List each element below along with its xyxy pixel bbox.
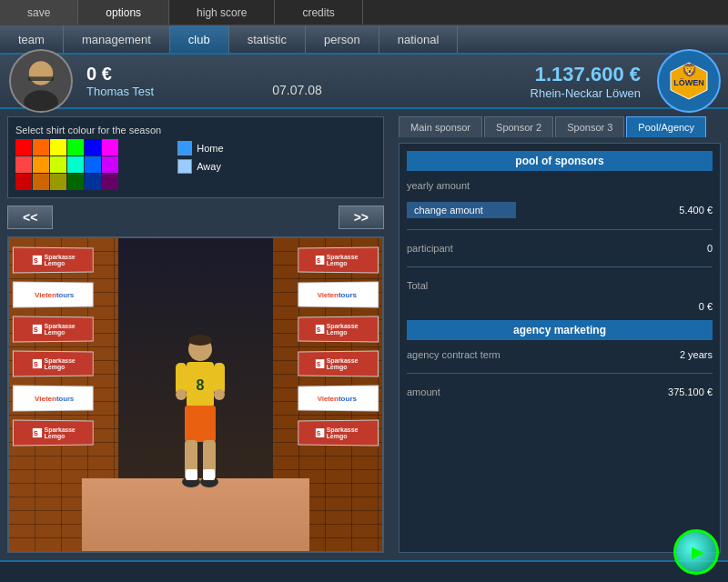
tab-main-sponsor[interactable]: Main sponsor (399, 116, 482, 137)
menu-high-score[interactable]: high score (169, 0, 275, 25)
svg-rect-29 (185, 406, 216, 442)
shirt-color-panel: Select shirt colour for the season Home … (7, 116, 384, 198)
info-left: 0 € Thomas Test (82, 59, 228, 103)
tab-sponsor2[interactable]: Sponsor 2 (484, 116, 553, 137)
next-player-button[interactable]: >> (339, 206, 384, 229)
banner-vietentours-2: Vietentours (13, 385, 94, 411)
banner-right-3: S SparkasseLemgo (298, 350, 379, 376)
pool-sponsors-header: pool of sponsors (407, 151, 713, 171)
menu-save[interactable]: save (0, 0, 78, 25)
svg-point-34 (176, 389, 187, 400)
away-color-box (177, 159, 192, 174)
banner-right-4: S SparkasseLemgo (298, 419, 379, 446)
svg-text:S: S (317, 326, 321, 333)
divider-1 (407, 229, 713, 230)
total-value: 0 € (699, 301, 713, 312)
banner-right-2: S SparkasseLemgo (298, 316, 379, 342)
svg-text:S: S (34, 257, 38, 265)
amount-row: amount 375.100 € (407, 385, 713, 399)
yearly-amount-input-row: 5.400 € (407, 202, 713, 218)
color-cell[interactable] (85, 174, 101, 190)
svg-rect-3 (28, 76, 54, 81)
banner-right-viet: Vietentours (298, 281, 379, 307)
divider-3 (407, 373, 713, 374)
color-grid (15, 139, 161, 190)
tab-sponsor3[interactable]: Sponsor 3 (555, 116, 624, 137)
away-color-item[interactable]: Away (177, 159, 223, 174)
info-right: 1.137.600 € Rhein-Neckar Löwen (366, 63, 650, 100)
top-menu: save options high score credits (0, 0, 728, 25)
menu-credits[interactable]: credits (275, 0, 362, 25)
svg-point-35 (214, 389, 225, 400)
contract-term-label: agency contract term (407, 349, 500, 360)
team-logo: LÖWEN 🦁 (657, 49, 721, 113)
svg-text:S: S (34, 430, 38, 437)
color-cell[interactable] (85, 139, 101, 156)
banner-sparkasse-1: S SparkasseLemgo (13, 246, 94, 273)
tab-pool-agency[interactable]: Pool/Agency (626, 116, 706, 137)
info-bar: 0 € Thomas Test 07.07.08 1.137.600 € Rhe… (0, 55, 728, 109)
color-cell[interactable] (67, 174, 84, 190)
team-name: Rhein-Neckar Löwen (531, 86, 641, 100)
away-label: Away (197, 161, 221, 172)
nav-statistic[interactable]: statistic (229, 25, 306, 53)
avatar (9, 49, 73, 113)
agency-marketing-header: agency marketing (407, 320, 713, 340)
left-panel: Select shirt colour for the season Home … (0, 109, 391, 560)
color-cell[interactable] (50, 174, 66, 190)
nav-person[interactable]: person (306, 25, 379, 53)
color-cell[interactable] (15, 156, 32, 173)
menu-options[interactable]: options (78, 0, 169, 25)
contract-term-row: agency contract term 2 years (407, 347, 713, 362)
home-color-box (177, 141, 192, 156)
home-away-selector: Home Away (177, 141, 223, 174)
nav-national[interactable]: national (379, 25, 459, 53)
bottom-bar (0, 560, 728, 582)
change-amount-input[interactable] (407, 202, 516, 218)
color-cell[interactable] (102, 156, 118, 173)
svg-text:S: S (34, 361, 38, 368)
svg-text:🦁: 🦁 (682, 63, 698, 78)
color-cell[interactable] (102, 174, 118, 190)
svg-text:S: S (317, 257, 321, 264)
color-cell[interactable] (15, 174, 32, 190)
color-cell[interactable] (50, 156, 66, 173)
color-cell[interactable] (102, 139, 118, 156)
right-panel: Main sponsor Sponsor 2 Sponsor 3 Pool/Ag… (391, 109, 728, 560)
nav-bar: team management club statistic person na… (0, 25, 728, 55)
date-display: 07.07.08 (228, 83, 366, 97)
total-label: Total (407, 280, 428, 291)
svg-text:S: S (34, 326, 38, 334)
player-nav: << >> (7, 206, 384, 229)
sponsor-content: pool of sponsors yearly amount 5.400 € p… (399, 143, 721, 553)
color-cell[interactable] (50, 139, 66, 156)
svg-rect-36 (186, 469, 197, 480)
banner-right-viet2: Vietentours (298, 385, 379, 411)
home-color-item[interactable]: Home (177, 141, 223, 156)
svg-text:S: S (317, 430, 321, 436)
color-cell[interactable] (33, 139, 49, 156)
prev-player-button[interactable]: << (7, 206, 53, 229)
nav-management[interactable]: management (64, 25, 170, 53)
color-cell[interactable] (15, 139, 32, 156)
participant-row: participant 0 (407, 241, 713, 256)
yearly-amount-row: yearly amount (407, 178, 713, 193)
balance-left: 0 € (86, 64, 224, 85)
banner-sparkasse-3: S SparkasseLemgo (13, 350, 94, 376)
banner-vietentours-1: Vietentours (13, 281, 94, 307)
banner-sparkasse-4: S SparkasseLemgo (13, 419, 94, 446)
banner-right-1: S SparkasseLemgo (298, 246, 379, 273)
yearly-amount-label: yearly amount (407, 180, 470, 191)
total-row: Total (407, 278, 713, 293)
svg-text:LÖWEN: LÖWEN (673, 78, 704, 87)
play-button[interactable] (673, 529, 719, 575)
color-cell[interactable] (33, 174, 49, 190)
color-cell[interactable] (67, 156, 84, 173)
color-cell[interactable] (85, 156, 101, 173)
color-cell[interactable] (67, 139, 84, 156)
contract-term-value: 2 years (680, 349, 713, 360)
nav-club[interactable]: club (170, 25, 229, 53)
color-cell[interactable] (33, 156, 49, 173)
nav-team[interactable]: team (0, 25, 64, 53)
player-figure: 8 (168, 333, 223, 497)
